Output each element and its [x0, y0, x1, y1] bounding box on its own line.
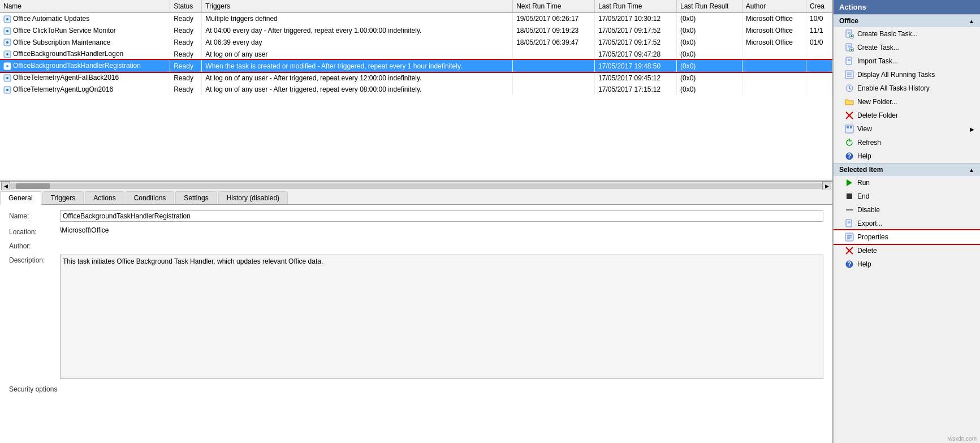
action-icon-properties: [845, 233, 854, 242]
table-row[interactable]: OfficeBackgroundTaskHandlerLogon Ready A…: [0, 48, 832, 60]
cell-last-run: 17/05/2017 10:30:12: [595, 13, 677, 25]
cell-triggers: At log on of any user: [202, 48, 513, 60]
selected-item-actions-list: Run End Disable Export... Properties Del…: [834, 176, 980, 271]
action-item-export[interactable]: Export...: [834, 217, 980, 230]
action-item-refresh[interactable]: Refresh: [834, 136, 980, 149]
action-item-import-task[interactable]: Import Task...: [834, 54, 980, 68]
table-row[interactable]: Office Automatic Updates Ready Multiple …: [0, 13, 832, 25]
cell-status: Ready: [170, 25, 202, 37]
col-last-run[interactable]: Last Run Time: [595, 0, 677, 13]
col-created[interactable]: Crea: [806, 0, 832, 13]
actions-panel: Actions Office ▲ Create Basic Task... Cr…: [833, 0, 980, 443]
action-label-disable: Disable: [857, 206, 880, 214]
detail-content: Name: Location: \Microsoft\Office Author…: [0, 205, 832, 443]
action-icon-help2: ?: [845, 260, 854, 269]
cell-last-run: 17/05/2017 09:17:52: [595, 37, 677, 49]
cell-last-run: 17/05/2017 17:15:12: [595, 84, 677, 96]
description-textarea[interactable]: [60, 255, 823, 379]
description-value-container: [60, 255, 823, 381]
table-row[interactable]: OfficeTelemetryAgentLogOn2016 Ready At l…: [0, 84, 832, 96]
description-label: Description:: [9, 255, 60, 264]
action-item-new-folder[interactable]: New Folder...: [834, 95, 980, 109]
svg-point-11: [6, 77, 8, 79]
left-panel: Name Status Triggers Next Run Time Last …: [0, 0, 833, 443]
selected-item-section-label: Selected Item: [839, 166, 883, 174]
cell-status: Ready: [170, 13, 202, 25]
scroll-right-arrow[interactable]: ▶: [822, 182, 831, 191]
scroll-left-arrow[interactable]: ◀: [1, 182, 10, 191]
scroll-thumb[interactable]: [16, 183, 50, 189]
cell-triggers: At log on of any user - After triggered,…: [202, 84, 513, 96]
action-item-end[interactable]: End: [834, 190, 980, 203]
action-item-disable[interactable]: Disable: [834, 203, 980, 217]
col-name[interactable]: Name: [0, 0, 170, 13]
selected-item-section-header[interactable]: Selected Item ▲: [834, 163, 980, 176]
horizontal-scrollbar[interactable]: ◀ ▶: [0, 181, 832, 190]
action-item-delete[interactable]: Delete: [834, 244, 980, 257]
col-triggers[interactable]: Triggers: [202, 0, 513, 13]
tab-settings[interactable]: Settings: [175, 191, 217, 204]
cell-created: [806, 48, 832, 60]
cell-next-run: [513, 72, 595, 84]
table-row[interactable]: Office ClickToRun Service Monitor Ready …: [0, 25, 832, 37]
cell-author: Microsoft Office: [742, 37, 806, 49]
table-row[interactable]: Office Subscription Maintenance Ready At…: [0, 37, 832, 49]
cell-last-result: (0x0): [677, 48, 742, 60]
tab-general[interactable]: General: [0, 191, 41, 205]
cell-last-result: (0x0): [677, 25, 742, 37]
col-last-result[interactable]: Last Run Result: [677, 0, 742, 13]
svg-rect-43: [846, 209, 853, 210]
cell-created: 11/1: [806, 25, 832, 37]
action-label-delete-folder: Delete Folder: [857, 111, 898, 119]
cell-last-result: (0x0): [677, 13, 742, 25]
col-author[interactable]: Author: [742, 0, 806, 13]
action-item-display-all-running[interactable]: Display All Running Tasks: [834, 68, 980, 81]
cell-last-run: 17/05/2017 09:47:28: [595, 48, 677, 60]
tab-actions[interactable]: Actions: [85, 191, 124, 204]
svg-rect-37: [847, 126, 849, 128]
cell-created: 01/0: [806, 37, 832, 49]
scroll-track[interactable]: [10, 183, 822, 189]
table-row[interactable]: OfficeBackgroundTaskHandlerRegistration …: [0, 60, 832, 72]
table-row[interactable]: OfficeTelemetryAgentFallBack2016 Ready A…: [0, 72, 832, 84]
cell-name: OfficeBackgroundTaskHandlerLogon: [0, 48, 170, 60]
action-item-help2[interactable]: ? Help: [834, 257, 980, 271]
author-label: Author:: [9, 240, 60, 250]
name-label: Name:: [9, 210, 60, 220]
tab-triggers[interactable]: Triggers: [42, 191, 84, 204]
svg-point-1: [6, 18, 8, 20]
action-label-display-all-running: Display All Running Tasks: [857, 71, 935, 79]
office-actions-list: Create Basic Task... Create Task... Impo…: [834, 27, 980, 163]
action-item-delete-folder[interactable]: Delete Folder: [834, 109, 980, 122]
col-status[interactable]: Status: [170, 0, 202, 13]
cell-triggers: At log on of any user - After triggered,…: [202, 72, 513, 84]
cell-author: [742, 60, 806, 72]
cell-last-run: 17/05/2017 09:17:52: [595, 25, 677, 37]
tab-conditions[interactable]: Conditions: [126, 191, 175, 204]
action-icon-enable-all-history: [845, 84, 854, 93]
svg-point-9: [6, 65, 8, 67]
office-collapse-arrow: ▲: [969, 18, 974, 24]
name-input[interactable]: [60, 210, 823, 222]
action-icon-delete-folder: [845, 111, 854, 120]
action-item-create-basic-task[interactable]: Create Basic Task...: [834, 27, 980, 41]
action-item-run[interactable]: Run: [834, 176, 980, 190]
action-item-create-task[interactable]: Create Task...: [834, 41, 980, 54]
action-item-enable-all-history[interactable]: Enable All Tasks History: [834, 81, 980, 95]
action-item-view[interactable]: View ▶: [834, 122, 980, 136]
action-item-properties[interactable]: Properties: [834, 230, 980, 244]
cell-name: Office Subscription Maintenance: [0, 37, 170, 49]
cell-last-run: 17/05/2017 19:48:50: [595, 60, 677, 72]
cell-created: [806, 84, 832, 96]
col-next-run[interactable]: Next Run Time: [513, 0, 595, 13]
cell-name: OfficeTelemetryAgentFallBack2016: [0, 72, 170, 84]
cell-status: Ready: [170, 72, 202, 84]
selected-item-collapse-arrow: ▲: [969, 167, 974, 173]
location-label: Location:: [9, 226, 60, 236]
office-section-header[interactable]: Office ▲: [834, 14, 980, 27]
office-section-label: Office: [839, 17, 858, 25]
tab-history[interactable]: History (disabled): [218, 191, 288, 204]
action-label-new-folder: New Folder...: [857, 98, 897, 106]
action-icon-end: [845, 192, 854, 201]
action-item-help[interactable]: ? Help: [834, 149, 980, 163]
